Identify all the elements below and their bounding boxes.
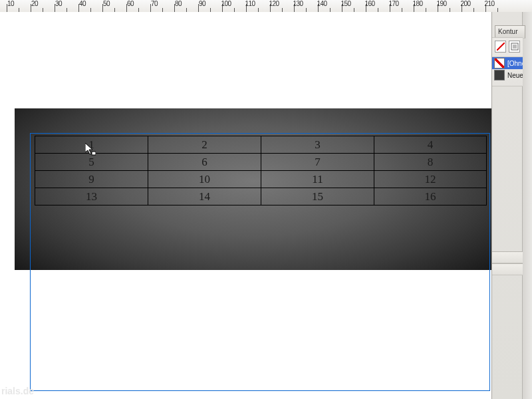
ruler-label: 20 <box>31 0 38 7</box>
ruler-label: 140 <box>317 0 327 7</box>
ruler-label: 190 <box>436 0 446 7</box>
table-cell[interactable]: 4 <box>374 136 487 153</box>
panel-separator[interactable] <box>492 251 523 263</box>
app-root: 1020304050607080901001101201301401501601… <box>0 0 532 399</box>
swatch-row[interactable]: Neues <box>492 69 523 81</box>
ruler-label: 210 <box>484 0 494 7</box>
svg-rect-4 <box>513 45 517 49</box>
table[interactable]: 12345678910111213141516 <box>35 136 487 205</box>
table-cell[interactable]: 6 <box>148 153 261 170</box>
table-cell[interactable]: 2 <box>148 136 261 153</box>
table-cell[interactable]: 7 <box>261 153 374 170</box>
ruler-label: 80 <box>175 0 182 7</box>
table-cell[interactable]: 13 <box>35 188 148 205</box>
no-fill-icon[interactable] <box>495 41 506 53</box>
table-cell[interactable]: 15 <box>261 188 374 205</box>
table-cell[interactable]: 10 <box>148 170 261 188</box>
ruler-label: 110 <box>245 0 255 7</box>
swatches-panel: [OhneNeues <box>492 37 523 86</box>
ruler-label: 40 <box>79 0 86 7</box>
swatch-label: [Ohne <box>507 60 523 67</box>
ruler-label: 160 <box>364 0 374 7</box>
swatch-label: Neues <box>507 72 523 79</box>
ruler-label: 10 <box>7 0 14 7</box>
table-cell[interactable]: 8 <box>374 153 487 170</box>
table-cell[interactable]: 5 <box>35 153 148 170</box>
ruler-label: 70 <box>151 0 158 7</box>
ruler-label: 60 <box>127 0 134 7</box>
panel-tab-kontur[interactable]: Kontur <box>495 25 525 39</box>
swatch-list: [OhneNeues <box>492 57 523 81</box>
watermark-text: rials.de <box>1 386 34 396</box>
ruler-label: 100 <box>221 0 231 7</box>
side-panel: Kontur [OhneNeues <box>491 12 532 399</box>
ruler-label: 90 <box>199 0 205 7</box>
table-cell[interactable]: 3 <box>261 136 374 153</box>
ruler-label: 30 <box>55 0 62 7</box>
ruler-label: 130 <box>293 0 303 7</box>
table-cell[interactable]: 11 <box>261 170 374 188</box>
panel-dock-strip[interactable] <box>522 12 532 399</box>
table-cell[interactable]: 14 <box>148 188 261 205</box>
ruler-label: 50 <box>103 0 110 7</box>
table-cell[interactable]: 12 <box>374 170 487 188</box>
table-cell[interactable]: 9 <box>35 170 148 188</box>
swatch-toolbar <box>492 38 523 57</box>
ruler-label: 120 <box>269 0 279 7</box>
swatch-options-icon[interactable] <box>509 41 520 53</box>
table-cell[interactable]: 16 <box>374 188 487 205</box>
ruler-label: 170 <box>388 0 398 7</box>
swatch-row[interactable]: [Ohne <box>492 57 523 69</box>
no-fill-icon <box>494 58 505 68</box>
document-canvas[interactable]: 12345678910111213141516 rials.de <box>0 12 492 399</box>
ruler-label: 200 <box>460 0 470 7</box>
ruler-label: 180 <box>412 0 422 7</box>
table-cell[interactable]: 1 <box>35 136 148 153</box>
ruler-label: 150 <box>340 0 350 7</box>
pattern-swatch-icon <box>494 70 505 80</box>
panel-separator[interactable] <box>492 263 523 275</box>
horizontal-ruler[interactable]: 1020304050607080901001101201301401501601… <box>0 0 532 13</box>
